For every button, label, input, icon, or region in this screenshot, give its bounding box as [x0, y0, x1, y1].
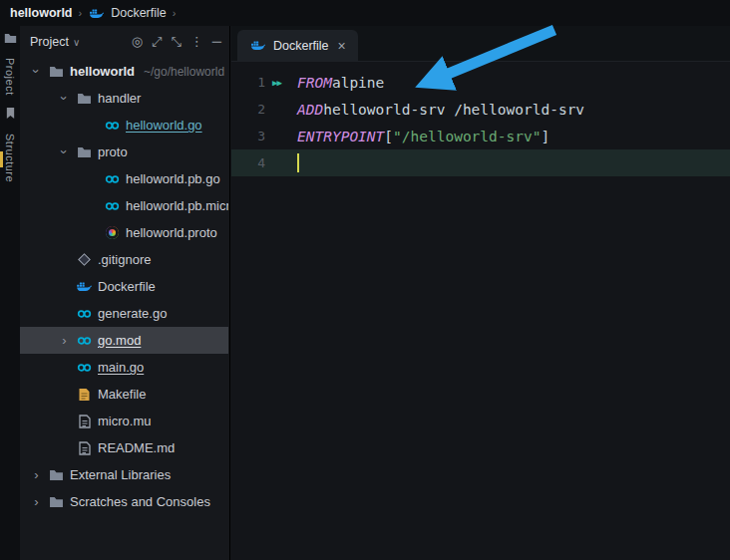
editor-tab-bar: Dockerfile × [231, 26, 730, 62]
breadcrumb-project[interactable]: helloworld [10, 6, 73, 20]
project-tool-icon[interactable] [4, 30, 17, 48]
tree-item-helloworld-go[interactable]: helloworld.go [20, 112, 228, 139]
editor-area: Dockerfile × 1 ▶▶ FROM alpine 2 ADD hell… [231, 26, 730, 560]
go-file-icon [76, 362, 93, 374]
breadcrumb-file[interactable]: Dockerfile [111, 6, 167, 20]
bookmark-icon[interactable] [5, 106, 16, 124]
project-panel-title[interactable]: Project [30, 35, 69, 49]
project-tool-button[interactable]: Project [4, 58, 16, 96]
project-path: ~/go/helloworld [144, 65, 224, 79]
tree-item-makefile[interactable]: Makefile [20, 381, 228, 408]
go-file-icon [104, 173, 121, 185]
tree-item-generate-go[interactable]: generate.go [20, 300, 228, 327]
tab-label: Dockerfile [273, 39, 329, 53]
expand-all-icon[interactable]: ⤢ [152, 34, 162, 50]
tree-item-gitignore[interactable]: .gitignore [20, 246, 228, 273]
tree-item-dockerfile[interactable]: Dockerfile [20, 273, 228, 300]
go-file-icon [104, 120, 121, 132]
more-options-icon[interactable]: ⋮ [190, 34, 203, 50]
docker-icon [76, 281, 93, 292]
line-number: 3 [231, 129, 265, 143]
line-number: 1 [231, 75, 265, 90]
tree-item-proto[interactable]: › proto [20, 139, 228, 165]
code-editor[interactable]: 1 ▶▶ FROM alpine 2 ADD helloworld-srv /h… [231, 62, 730, 560]
file-icon [76, 415, 93, 428]
tree-item-helloworld-pb-micro-go[interactable]: helloworld.pb.micro.go [20, 192, 228, 219]
tree-item-go-mod[interactable]: › go.mod [20, 327, 228, 354]
structure-tool-button[interactable]: Structure [4, 134, 16, 182]
close-icon[interactable]: × [338, 38, 346, 54]
tree-item-helloworld-proto[interactable]: helloworld.proto [20, 219, 228, 246]
line-number: 2 [231, 102, 265, 117]
tree-item-helloworld-root[interactable]: › helloworld ~/go/helloworld [20, 58, 228, 85]
text-caret [297, 153, 299, 172]
tree-item-handler[interactable]: › handler [20, 85, 228, 112]
tree-item-external-libraries[interactable]: › External Libraries [20, 461, 228, 488]
docker-icon [88, 8, 105, 19]
folder-icon [76, 146, 93, 158]
go-file-icon [76, 308, 93, 320]
makefile-icon [76, 388, 93, 402]
line-number: 4 [231, 155, 265, 170]
docker-icon [249, 40, 266, 51]
go-file-icon [104, 200, 121, 212]
proto-file-icon [104, 226, 121, 239]
project-panel: Project ∨ ◎ ⤢ ⤡ ⋮ ─ › helloworld ~/go/he… [20, 26, 230, 560]
tree-item-micro-mu[interactable]: micro.mu [20, 408, 228, 434]
breadcrumb: helloworld › Dockerfile › [0, 0, 730, 26]
collapse-all-icon[interactable]: ⤡ [171, 34, 181, 50]
locate-file-icon[interactable]: ◎ [132, 34, 143, 50]
gitignore-file-icon [76, 255, 93, 264]
tool-window-stripe: Project Structure [0, 26, 20, 560]
stripe-active-marker [0, 151, 3, 167]
code-line-2[interactable]: 2 ADD helloworld-srv /helloworld-srv [231, 96, 730, 123]
breadcrumb-separator: › [173, 7, 177, 19]
hide-panel-icon[interactable]: ─ [212, 34, 221, 50]
code-line-4[interactable]: 4 [231, 149, 730, 176]
tree-item-helloworld-pb-go[interactable]: helloworld.pb.go [20, 165, 228, 192]
code-line-1[interactable]: 1 ▶▶ FROM alpine [231, 69, 730, 96]
code-line-3[interactable]: 3 ENTRYPOINT [ "/helloworld-srv" ] [231, 123, 730, 149]
tree-item-scratches[interactable]: › Scratches and Consoles [20, 488, 228, 515]
file-icon [76, 441, 93, 455]
folder-icon [48, 66, 65, 78]
library-folder-icon [48, 469, 65, 481]
project-tree: › helloworld ~/go/helloworld › handler h… [20, 58, 228, 515]
breadcrumb-separator: › [79, 7, 83, 19]
tab-dockerfile[interactable]: Dockerfile × [237, 30, 358, 61]
folder-icon [76, 93, 93, 105]
project-panel-header: Project ∨ ◎ ⤢ ⤡ ⋮ ─ [20, 26, 229, 58]
scratches-folder-icon [48, 496, 65, 508]
tree-item-readme-md[interactable]: README.md [20, 434, 228, 461]
tree-item-main-go[interactable]: main.go [20, 354, 228, 381]
chevron-down-icon[interactable]: ∨ [73, 37, 80, 48]
run-icon[interactable]: ▶▶ [265, 78, 297, 88]
go-file-icon [76, 335, 93, 347]
